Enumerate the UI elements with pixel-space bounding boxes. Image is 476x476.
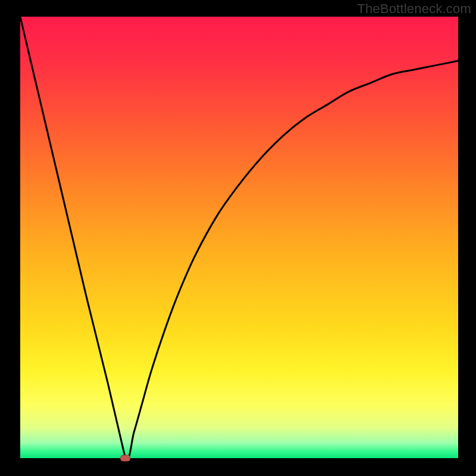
optimum-marker-icon bbox=[121, 455, 130, 461]
bottleneck-chart bbox=[0, 0, 476, 476]
watermark-text: TheBottleneck.com bbox=[357, 1, 471, 17]
plot-background bbox=[20, 17, 458, 458]
chart-frame: TheBottleneck.com bbox=[0, 0, 476, 476]
